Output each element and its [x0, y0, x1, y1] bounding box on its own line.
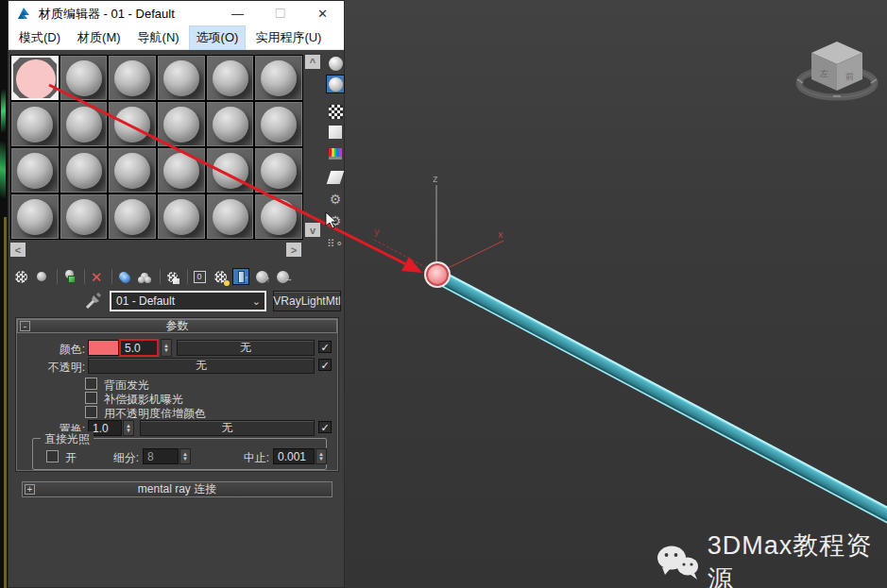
svg-text:左: 左	[820, 69, 828, 78]
slots-scroll-right[interactable]: >	[286, 243, 301, 257]
svg-text:前: 前	[845, 72, 854, 81]
maximize-button[interactable]: ☐	[259, 1, 301, 26]
material-slot[interactable]	[158, 194, 205, 239]
material-slot[interactable]	[11, 194, 59, 239]
material-type-button[interactable]: VRayLightMtl	[273, 291, 341, 311]
menu-navigation[interactable]: 导航(N)	[131, 26, 186, 49]
material-slot[interactable]	[158, 56, 205, 100]
displace-spinner[interactable]: ▲▼	[123, 420, 134, 436]
reset-material-button[interactable]: ✕	[88, 268, 105, 285]
cutoff-field[interactable]: 0.001	[273, 448, 315, 464]
material-name-dropdown[interactable]: 01 - Default ⌄	[110, 291, 266, 311]
parameters-rollout: - 参数 颜色: 5.0 ▲▼ 无 ✓ 不透明: 无 ✓ 背面发光 补偿摄影机曝…	[16, 318, 338, 471]
menu-utilities[interactable]: 实用程序(U)	[248, 26, 328, 49]
compensate-exposure-checkbox[interactable]	[85, 392, 97, 404]
displace-map-button[interactable]: 无	[140, 420, 315, 436]
material-slot[interactable]	[255, 102, 302, 146]
material-map-navigator-button[interactable]: ⠿⚬	[326, 234, 345, 253]
parameters-header[interactable]: - 参数	[17, 319, 337, 333]
material-slot[interactable]	[60, 194, 108, 239]
axis-x-label: x	[498, 228, 503, 240]
emit-back-checkbox[interactable]	[85, 378, 97, 390]
viewcube[interactable]: 左 前	[792, 32, 882, 113]
material-slot[interactable]	[255, 148, 302, 193]
make-material-copy-button[interactable]	[115, 268, 132, 285]
sample-uv-tiling-button[interactable]	[326, 123, 345, 142]
3dsmax-app-icon	[16, 7, 31, 22]
material-slot[interactable]	[60, 56, 108, 100]
material-editor-window: 材质编辑器 - 01 - Default — ☐ ✕ 模式(D) 材质(M) 导…	[8, 0, 345, 588]
mental-ray-rollout[interactable]: + mental ray 连接	[22, 481, 333, 497]
opacity-map-checkbox[interactable]: ✓	[318, 359, 332, 371]
show-map-in-viewport-button[interactable]	[212, 268, 229, 285]
backlight-button[interactable]	[326, 75, 345, 93]
background-button[interactable]	[326, 102, 345, 121]
material-slot[interactable]	[11, 102, 59, 146]
material-slot[interactable]	[158, 148, 205, 193]
material-slot[interactable]	[158, 102, 205, 146]
material-slot[interactable]	[207, 194, 254, 239]
put-material-to-scene-button[interactable]	[33, 268, 50, 285]
color-map-checkbox[interactable]: ✓	[318, 341, 332, 353]
material-slot[interactable]	[207, 148, 254, 193]
parameters-title: 参数	[18, 318, 336, 334]
cylinder-object[interactable]	[438, 272, 887, 525]
material-slot[interactable]	[109, 194, 156, 239]
material-slot[interactable]	[255, 56, 302, 100]
material-slot[interactable]	[207, 102, 254, 146]
direct-illumination-group: 直接光照 开 细分: 8 ▲▼ 中止: 0.001 ▲▼	[32, 438, 327, 470]
color-multiplier-field[interactable]: 5.0	[119, 339, 159, 357]
color-multiplier-spinner[interactable]: ▲▼	[161, 339, 172, 357]
assign-material-button[interactable]	[60, 268, 77, 285]
opacity-label: 不透明:	[25, 360, 85, 376]
vray-light-sphere[interactable]	[424, 261, 451, 288]
material-id-channel-button[interactable]: 0	[191, 268, 208, 285]
material-toolbar: ✕ 0 ↑ ↑ →	[12, 267, 343, 286]
material-slot[interactable]	[255, 194, 302, 239]
color-swatch[interactable]	[88, 340, 119, 356]
material-slot[interactable]	[109, 56, 156, 100]
color-map-button[interactable]: 无	[177, 340, 315, 356]
material-slot[interactable]	[109, 102, 156, 146]
chevron-down-icon: ⌄	[252, 295, 261, 308]
make-preview-button[interactable]	[326, 168, 345, 187]
subdivs-spinner[interactable]: ▲▼	[179, 448, 191, 464]
opacity-map-button[interactable]: 无	[88, 358, 315, 374]
put-to-library-button[interactable]	[163, 268, 180, 285]
subdivs-field[interactable]: 8	[143, 448, 179, 464]
close-button[interactable]: ✕	[301, 1, 344, 26]
material-slot[interactable]	[60, 102, 108, 146]
sample-type-button[interactable]	[326, 54, 345, 73]
video-color-check-button[interactable]	[326, 144, 345, 163]
slots-scroll-up[interactable]: ^	[305, 55, 320, 69]
subdivs-label: 细分:	[107, 450, 139, 466]
material-slot[interactable]	[11, 148, 59, 193]
show-end-result-button[interactable]: ↑	[232, 268, 249, 285]
go-forward-sibling-button[interactable]: →	[274, 268, 291, 285]
slots-scroll-left[interactable]: <	[10, 243, 26, 257]
go-to-parent-button[interactable]: ↑	[253, 268, 270, 285]
material-slot[interactable]	[207, 56, 254, 100]
slots-scroll-down[interactable]: v	[305, 223, 320, 237]
wechat-icon	[654, 544, 700, 581]
material-slot[interactable]	[60, 148, 108, 193]
menu-mode[interactable]: 模式(D)	[12, 26, 67, 49]
minimize-button[interactable]: —	[216, 1, 259, 26]
material-slot-selected[interactable]	[11, 56, 59, 100]
direct-on-label: 开	[65, 450, 77, 466]
get-material-button[interactable]	[12, 268, 29, 285]
select-by-material-button[interactable]: ⚙	[326, 211, 345, 230]
multiply-opacity-checkbox[interactable]	[85, 406, 97, 418]
direct-on-checkbox[interactable]	[46, 450, 59, 462]
make-unique-button[interactable]	[136, 268, 153, 285]
options-button[interactable]: ⚙	[326, 190, 345, 209]
titlebar[interactable]: 材质编辑器 - 01 - Default — ☐ ✕	[9, 1, 344, 26]
pick-material-eyedropper[interactable]	[84, 292, 103, 311]
displace-map-checkbox[interactable]: ✓	[318, 421, 332, 433]
material-name-value: 01 - Default	[116, 294, 175, 308]
material-slot[interactable]	[109, 148, 156, 193]
cutoff-spinner[interactable]: ▲▼	[316, 448, 327, 464]
menu-options[interactable]: 选项(O)	[190, 26, 246, 49]
color-label: 颜色:	[36, 342, 85, 358]
menu-material[interactable]: 材质(M)	[71, 26, 128, 49]
